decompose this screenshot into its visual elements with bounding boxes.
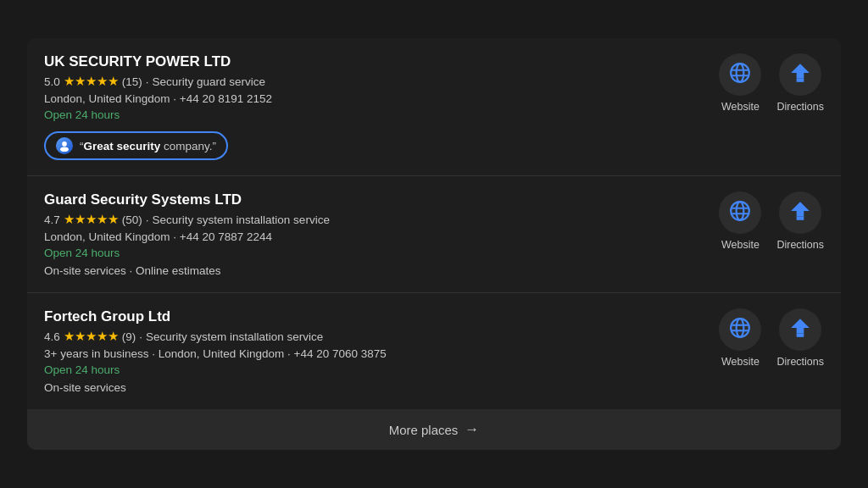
more-places-label: More places (389, 423, 459, 437)
listing-category: Security system installation service (146, 330, 323, 343)
directions-label: Directions (776, 239, 824, 251)
more-places-arrow: → (465, 421, 479, 438)
listing-info: UK SECURITY POWER LTD 5.0 ★★★★★ (15) · S… (44, 53, 702, 160)
listing-hours: Open 24 hours (44, 108, 702, 121)
svg-marker-12 (791, 202, 810, 216)
listing-actions: Website Directions (702, 191, 824, 251)
directions-icon-bg (779, 53, 821, 96)
listing-actions: Website Directions (702, 53, 824, 113)
website-icon-bg (719, 53, 761, 96)
listings-container: UK SECURITY POWER LTD 5.0 ★★★★★ (15) · S… (27, 38, 841, 450)
listing-rating: 4.6 ★★★★★ (9) · Security system installa… (44, 329, 702, 344)
listing-guard-security-systems: Guard Security Systems LTD 4.7 ★★★★★ (50… (27, 176, 841, 293)
listing-rating: 5.0 ★★★★★ (15) · Security guard service (44, 74, 702, 89)
website-button[interactable]: Website (719, 191, 761, 251)
listing-address: London, United Kingdom · +44 20 7887 224… (44, 230, 702, 243)
directions-icon (789, 317, 811, 342)
listing-address: London, United Kingdom · +44 20 8191 215… (44, 92, 702, 105)
listing-hours: Open 24 hours (44, 247, 702, 259)
svg-point-15 (737, 319, 744, 337)
svg-point-3 (737, 64, 744, 82)
listing-category: Security system installation service (153, 214, 330, 226)
listing-services: On-site services (44, 381, 702, 394)
svg-point-2 (732, 64, 750, 82)
svg-marker-6 (791, 64, 810, 78)
svg-point-9 (737, 202, 744, 220)
listing-services: On-site services · Online estimates (44, 264, 702, 277)
rating-value: 4.6 (44, 330, 60, 343)
category-separator: · (146, 75, 149, 88)
stars: ★★★★★ (64, 329, 119, 344)
directions-label: Directions (776, 356, 824, 368)
website-icon (729, 200, 751, 225)
listing-rating: 4.7 ★★★★★ (50) · Security system install… (44, 212, 702, 227)
website-icon (729, 62, 751, 87)
website-label: Website (721, 239, 760, 251)
directions-button[interactable]: Directions (776, 191, 824, 251)
rating-count: (15) (122, 75, 142, 88)
website-button[interactable]: Website (719, 53, 761, 113)
category-separator: · (146, 214, 149, 226)
website-icon-bg (719, 308, 761, 351)
stars: ★★★★★ (64, 212, 119, 227)
listing-name: Fortech Group Ltd (44, 308, 702, 325)
rating-value: 4.7 (44, 214, 60, 226)
directions-icon (789, 62, 811, 87)
listing-name: Guard Security Systems LTD (44, 191, 702, 208)
review-bubble: “Great security company.” (44, 131, 228, 160)
listing-actions: Website Directions (702, 308, 824, 368)
svg-marker-18 (791, 319, 810, 333)
svg-point-0 (62, 141, 67, 147)
svg-rect-7 (797, 79, 804, 82)
directions-icon-bg (779, 191, 821, 234)
action-buttons: Website Directions (719, 308, 824, 368)
website-icon-bg (719, 191, 761, 234)
website-label: Website (721, 356, 760, 368)
listing-info: Fortech Group Ltd 4.6 ★★★★★ (9) · Securi… (44, 308, 702, 394)
directions-icon-bg (779, 308, 821, 351)
action-buttons: Website Directions (719, 53, 824, 113)
directions-button[interactable]: Directions (776, 308, 824, 368)
review-avatar (56, 137, 73, 154)
listing-uk-security-power: UK SECURITY POWER LTD 5.0 ★★★★★ (15) · S… (27, 38, 841, 176)
directions-button[interactable]: Directions (776, 53, 824, 113)
more-places-bar[interactable]: More places → (27, 409, 841, 450)
rating-count: (9) (122, 330, 136, 343)
website-button[interactable]: Website (719, 308, 761, 368)
rating-value: 5.0 (44, 75, 60, 88)
svg-rect-19 (797, 334, 804, 337)
directions-icon (789, 200, 811, 225)
svg-rect-13 (797, 217, 804, 220)
directions-label: Directions (776, 101, 824, 113)
stars: ★★★★★ (64, 74, 119, 89)
svg-point-8 (732, 202, 750, 220)
svg-point-14 (732, 319, 750, 337)
svg-point-1 (60, 147, 69, 152)
action-buttons: Website Directions (719, 191, 824, 251)
rating-count: (50) (122, 214, 142, 226)
listing-category: Security guard service (153, 75, 266, 88)
listing-info: Guard Security Systems LTD 4.7 ★★★★★ (50… (44, 191, 702, 277)
listing-address: 3+ years in business · London, United Ki… (44, 347, 702, 360)
listing-name: UK SECURITY POWER LTD (44, 53, 702, 70)
website-icon (729, 317, 751, 342)
review-text: “Great security company.” (80, 140, 216, 152)
website-label: Website (721, 101, 760, 113)
listing-hours: Open 24 hours (44, 363, 702, 376)
category-separator: · (139, 330, 142, 343)
listing-fortech-group: Fortech Group Ltd 4.6 ★★★★★ (9) · Securi… (27, 293, 841, 409)
